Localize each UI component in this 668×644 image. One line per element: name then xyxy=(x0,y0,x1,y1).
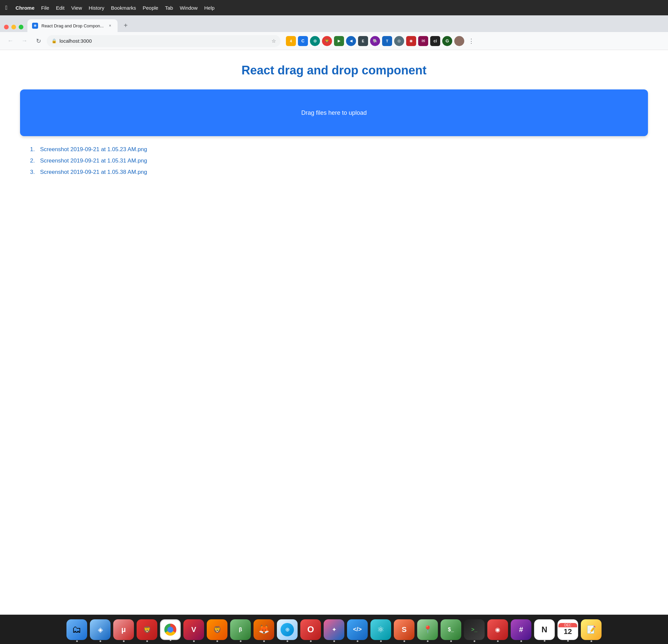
refresh-button[interactable]: ↻ xyxy=(33,35,44,47)
dock-reality[interactable]: ◈ xyxy=(90,619,110,640)
ext-icon-3[interactable]: ⊕ xyxy=(310,36,320,46)
menu-tab[interactable]: Tab xyxy=(165,5,173,11)
ext-icon-10[interactable]: ◎ xyxy=(394,36,404,46)
ext-icon-6[interactable]: ◀ xyxy=(346,36,356,46)
ext-icon-14[interactable]: G xyxy=(442,36,452,46)
page-title: React drag and drop component xyxy=(20,63,648,77)
lock-icon: 🔒 xyxy=(51,38,57,43)
menu-window[interactable]: Window xyxy=(180,5,197,11)
ext-icon-13[interactable]: ci xyxy=(430,36,440,46)
chrome-window: ⚛ React Drag and Drop Compon... × + ← → … xyxy=(0,15,668,615)
dock-brave-dark[interactable]: 🦁 xyxy=(137,619,157,640)
file-item-3: 3. Screenshot 2019-09-21 at 1.05.38 AM.p… xyxy=(30,169,648,175)
address-text: localhost:3000 xyxy=(59,38,269,44)
dock-mu[interactable]: μ xyxy=(113,619,134,640)
file-name-2: Screenshot 2019-09-21 at 1.05.31 AM.png xyxy=(40,157,147,164)
dock-rss[interactable]: ◉ xyxy=(487,619,508,640)
tab-close-button[interactable]: × xyxy=(107,23,113,29)
dock: 🗂 ◈ μ 🦁 V 🦁 β 🦊 ⊕ O ✦ </> ⚛ S 📍 $_ >_ ◉ … xyxy=(0,615,668,644)
file-num-3: 3. xyxy=(30,169,38,175)
menu-edit[interactable]: Edit xyxy=(56,5,64,11)
tab-title: React Drag and Drop Compon... xyxy=(42,23,104,28)
dock-calendar[interactable]: DEC 12 xyxy=(558,619,578,640)
dock-slack[interactable]: # xyxy=(511,619,531,640)
minimize-window-button[interactable] xyxy=(11,25,16,29)
chrome-menu-button[interactable]: ⋮ xyxy=(466,36,476,46)
ext-icon-1[interactable]: 4 xyxy=(286,36,296,46)
dock-notion[interactable]: N xyxy=(534,619,555,640)
ext-icon-4[interactable]: 🦁 xyxy=(322,36,332,46)
file-item-1: 1. Screenshot 2019-09-21 at 1.05.23 AM.p… xyxy=(30,146,648,153)
dock-stickies[interactable]: 📝 xyxy=(581,619,602,640)
dock-sublime[interactable]: S xyxy=(394,619,414,640)
dock-react[interactable]: ⚛ xyxy=(370,619,391,640)
apple-menu[interactable]:  xyxy=(5,4,8,11)
ext-icon-2[interactable]: C xyxy=(298,36,308,46)
active-tab[interactable]: ⚛ React Drag and Drop Compon... × xyxy=(27,19,118,32)
menu-people[interactable]: People xyxy=(142,5,158,11)
menu-file[interactable]: File xyxy=(41,5,49,11)
dock-figma[interactable]: ✦ xyxy=(324,619,344,640)
page-content: React drag and drop component Drag files… xyxy=(0,50,668,615)
tab-bar: ⚛ React Drag and Drop Compon... × + xyxy=(0,15,668,32)
ext-icon-9[interactable]: T xyxy=(382,36,392,46)
extensions-area: 4 C ⊕ 🦁 ▶ ◀ E 🐘 T ◎ ◉ ✉ ci G ⋮ xyxy=(286,36,476,46)
maximize-window-button[interactable] xyxy=(19,25,24,29)
new-tab-button[interactable]: + xyxy=(120,20,131,31)
close-window-button[interactable] xyxy=(4,25,9,29)
dock-brave[interactable]: 🦁 xyxy=(207,619,227,640)
file-num-1: 1. xyxy=(30,146,38,153)
dock-safari[interactable]: ⊕ xyxy=(277,619,298,640)
menubar:  Chrome File Edit View History Bookmark… xyxy=(0,0,668,15)
dock-finder[interactable]: 🗂 xyxy=(66,619,87,640)
menu-history[interactable]: History xyxy=(89,5,105,11)
back-button[interactable]: ← xyxy=(5,35,16,47)
drop-zone[interactable]: Drag files here to upload xyxy=(20,90,648,136)
file-name-1: Screenshot 2019-09-21 at 1.05.23 AM.png xyxy=(40,146,147,153)
dock-chrome[interactable] xyxy=(160,619,181,640)
tab-favicon: ⚛ xyxy=(32,23,38,29)
drop-zone-text: Drag files here to upload xyxy=(301,109,367,116)
dock-maps[interactable]: 📍 xyxy=(417,619,438,640)
profile-avatar[interactable] xyxy=(454,36,464,46)
forward-button[interactable]: → xyxy=(19,35,30,47)
bookmark-star-icon[interactable]: ☆ xyxy=(272,38,276,44)
ext-icon-5[interactable]: ▶ xyxy=(334,36,344,46)
dock-vscode[interactable]: </> xyxy=(347,619,368,640)
ext-icon-7[interactable]: E xyxy=(358,36,368,46)
file-name-3: Screenshot 2019-09-21 at 1.05.38 AM.png xyxy=(40,169,147,175)
dock-terminal[interactable]: >_ xyxy=(464,619,485,640)
file-item-2: 2. Screenshot 2019-09-21 at 1.05.31 AM.p… xyxy=(30,157,648,164)
file-num-2: 2. xyxy=(30,157,38,164)
menu-view[interactable]: View xyxy=(71,5,82,11)
toolbar: ← → ↻ 🔒 localhost:3000 ☆ 4 C ⊕ 🦁 ▶ ◀ E 🐘… xyxy=(0,32,668,50)
menu-chrome[interactable]: Chrome xyxy=(16,5,35,11)
dock-vivaldi[interactable]: V xyxy=(183,619,204,640)
file-list: 1. Screenshot 2019-09-21 at 1.05.23 AM.p… xyxy=(30,146,648,175)
address-bar[interactable]: 🔒 localhost:3000 ☆ xyxy=(47,35,280,47)
dock-firefox[interactable]: 🦊 xyxy=(254,619,274,640)
menu-bookmarks[interactable]: Bookmarks xyxy=(111,5,136,11)
menu-help[interactable]: Help xyxy=(204,5,215,11)
ext-icon-12[interactable]: ✉ xyxy=(418,36,428,46)
dock-brave-beta[interactable]: β xyxy=(230,619,251,640)
ext-icon-11[interactable]: ◉ xyxy=(406,36,416,46)
dock-iterm[interactable]: $_ xyxy=(441,619,461,640)
dock-opera[interactable]: O xyxy=(300,619,321,640)
ext-icon-8[interactable]: 🐘 xyxy=(370,36,380,46)
